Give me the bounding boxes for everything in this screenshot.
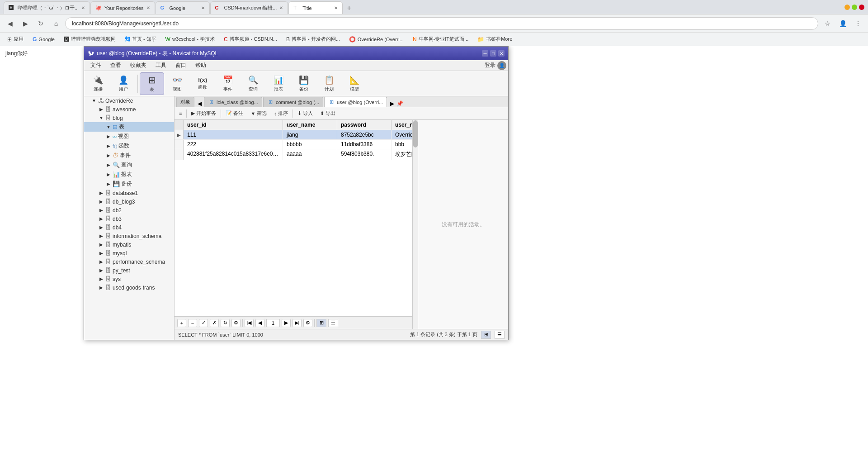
toolbar-event-button[interactable]: 📅 事件 xyxy=(216,72,240,95)
menu-expand-button[interactable]: ≡ xyxy=(176,110,184,117)
sidebar-item-root[interactable]: ▼ 🖧 OverrideRe xyxy=(84,96,174,105)
db2-arrow[interactable]: ▶ xyxy=(99,208,104,213)
close-button[interactable] xyxy=(859,5,864,10)
th-nickname[interactable]: user_nickna... ▲ xyxy=(392,120,412,130)
sidebar-item-blog[interactable]: ▼ 🗄 blog xyxy=(84,114,174,122)
events-arrow[interactable]: ▶ xyxy=(106,153,111,158)
tables-arrow[interactable]: ▼ xyxy=(106,124,111,130)
cell-password-2[interactable]: 11ddbaf3386 xyxy=(337,140,392,149)
awesome-arrow[interactable]: ▶ xyxy=(99,107,104,112)
menu-view[interactable]: 查看 xyxy=(106,61,126,70)
reports-arrow[interactable]: ▶ xyxy=(106,172,111,177)
menu-file[interactable]: 文件 xyxy=(86,61,106,70)
sidebar-item-views[interactable]: ▶ ∞ 视图 xyxy=(84,132,174,141)
toolbar-backup-button[interactable]: 💾 备份 xyxy=(292,72,316,95)
tab-title[interactable]: T Title ✕ xyxy=(288,1,343,14)
scroll-thumb[interactable] xyxy=(413,120,418,147)
bookmark-w3c[interactable]: W w3cschool - 学技术 xyxy=(162,34,218,44)
cell-user-name-1[interactable]: jiang xyxy=(283,130,337,139)
mybatis-arrow[interactable]: ▶ xyxy=(99,242,104,247)
grid-view-button[interactable]: ⊞ xyxy=(316,319,326,327)
address-bar[interactable] xyxy=(65,17,818,30)
perf-schema-arrow[interactable]: ▶ xyxy=(99,259,104,265)
toolbar-function-button[interactable]: f(x) 函数 xyxy=(190,72,215,95)
tab-close-title[interactable]: ✕ xyxy=(334,5,338,10)
root-expand-arrow[interactable]: ▼ xyxy=(91,98,97,104)
reset-button[interactable]: ⚙ xyxy=(231,319,241,327)
page-number-input[interactable] xyxy=(266,319,280,327)
sidebar-item-queries[interactable]: ▶ 🔍 查询 xyxy=(84,160,174,170)
obj-tab-object[interactable]: 对象 xyxy=(176,97,194,107)
database1-arrow[interactable]: ▶ xyxy=(99,190,104,196)
toolbar-model-button[interactable]: 📐 模型 xyxy=(342,72,367,95)
sidebar-item-reports[interactable]: ▶ 📊 报表 xyxy=(84,170,174,179)
home-button[interactable]: ⌂ xyxy=(50,17,62,30)
sidebar-item-events[interactable]: ▶ ⏱ 事件 xyxy=(84,151,174,160)
sidebar-item-mybatis[interactable]: ▶ 🗄 mybatis xyxy=(84,240,174,249)
sidebar-item-database1[interactable]: ▶ 🗄 database1 xyxy=(84,189,174,197)
sidebar-item-db2[interactable]: ▶ 🗄 db2 xyxy=(84,206,174,214)
tab-next-button[interactable]: ▶ xyxy=(389,100,396,107)
sort-button[interactable]: ↕ 排序 xyxy=(271,109,291,118)
toolbar-view-button[interactable]: 👓 视图 xyxy=(165,72,189,95)
cell-password-1[interactable]: 8752a82e5bc xyxy=(337,130,392,139)
bookmark-more[interactable]: 📁 书签栏More xyxy=(474,34,516,44)
bookmark-zhihu[interactable]: 知 首页 - 知乎 xyxy=(121,34,160,44)
add-row-button[interactable]: + xyxy=(177,319,186,327)
delete-row-button[interactable]: − xyxy=(188,319,197,327)
toolbar-query-button[interactable]: 🔍 查询 xyxy=(241,72,265,95)
tab-prev-button[interactable]: ◀ xyxy=(196,100,203,107)
cell-user-id-2[interactable]: 222 xyxy=(184,140,283,149)
navicat-minimize-button[interactable]: ─ xyxy=(482,50,488,57)
tab-close-bilibili[interactable]: ✕ xyxy=(81,5,85,10)
table-vertical-scrollbar[interactable] xyxy=(412,120,418,329)
note-button[interactable]: 📝 备注 xyxy=(223,109,246,118)
db-blog3-arrow[interactable]: ▶ xyxy=(99,199,104,204)
filter-button[interactable]: ▼ 筛选 xyxy=(248,109,269,118)
sys-arrow[interactable]: ▶ xyxy=(99,276,104,282)
sidebar-item-db-blog3[interactable]: ▶ 🗄 db_blog3 xyxy=(84,197,174,206)
account-button[interactable]: 👤 xyxy=(836,17,849,30)
forward-button[interactable]: ▶ xyxy=(19,17,32,30)
th-user-name[interactable]: user_name xyxy=(283,120,337,130)
cell-user-id-1[interactable]: 111 xyxy=(184,130,283,139)
tab-csdn[interactable]: C CSDN-markdown编辑... ✕ xyxy=(210,1,288,14)
bookmark-google[interactable]: G Google xyxy=(29,35,58,44)
menu-favorites[interactable]: 收藏夹 xyxy=(126,61,151,70)
backups-arrow[interactable]: ▶ xyxy=(106,181,111,187)
sidebar-item-mysql[interactable]: ▶ 🗄 mysql xyxy=(84,249,174,257)
first-page-button[interactable]: |◀ xyxy=(245,319,254,327)
toolbar-connect-button[interactable]: 🔌 连接 xyxy=(86,72,110,95)
page-settings-button[interactable]: ⚙ xyxy=(303,319,312,327)
cell-password-3[interactable]: 594f803b380. xyxy=(337,149,392,160)
tab-close-google[interactable]: ✕ xyxy=(201,5,205,10)
minimize-button[interactable] xyxy=(844,5,850,10)
maximize-button[interactable] xyxy=(852,5,857,10)
db3-arrow[interactable]: ▶ xyxy=(99,216,104,222)
sidebar-item-db4[interactable]: ▶ 🗄 db4 xyxy=(84,223,174,232)
tab-bilibili[interactable]: 🅱 哔哩哔哩（・`ω´・）ロ干... ✕ xyxy=(4,1,90,14)
sidebar-item-backups[interactable]: ▶ 💾 备份 xyxy=(84,179,174,189)
db4-arrow[interactable]: ▶ xyxy=(99,225,104,230)
export-button[interactable]: ⬆ 导出 xyxy=(317,109,338,118)
bookmark-bilibili[interactable]: 🅱 哔哩哔哩强蕊视频网 xyxy=(60,34,119,44)
sidebar-item-used-goods[interactable]: ▶ 🗄 used-goods-trans xyxy=(84,283,174,292)
toolbar-table-button[interactable]: ⊞ 表 xyxy=(140,72,164,95)
navicat-close-button[interactable]: ✕ xyxy=(498,50,505,57)
next-page-button[interactable]: ▶ xyxy=(282,319,291,327)
settings-button[interactable]: ⋮ xyxy=(852,17,864,30)
blog-arrow[interactable]: ▼ xyxy=(99,115,104,121)
th-password[interactable]: password xyxy=(337,120,392,130)
used-goods-arrow[interactable]: ▶ xyxy=(99,285,104,290)
views-arrow[interactable]: ▶ xyxy=(106,134,111,139)
queries-arrow[interactable]: ▶ xyxy=(106,162,111,168)
sidebar-item-tables[interactable]: ▼ ⊞ 表 xyxy=(84,122,174,132)
sidebar-item-perf-schema[interactable]: ▶ 🗄 performance_schema xyxy=(84,257,174,266)
toolbar-report-button[interactable]: 📊 报表 xyxy=(266,72,291,95)
bookmark-csdn[interactable]: C 博客频道 - CSDN.N... xyxy=(220,34,281,44)
navicat-maximize-button[interactable]: □ xyxy=(490,50,496,57)
prev-page-button[interactable]: ◀ xyxy=(255,319,264,327)
obj-tab-user[interactable]: ⊞ user @blog (Overri... xyxy=(324,97,387,107)
table-row[interactable]: 222 bbbbb 11ddbaf3386 bbb xyxy=(175,140,412,149)
bookmark-button[interactable]: ☆ xyxy=(821,17,834,30)
